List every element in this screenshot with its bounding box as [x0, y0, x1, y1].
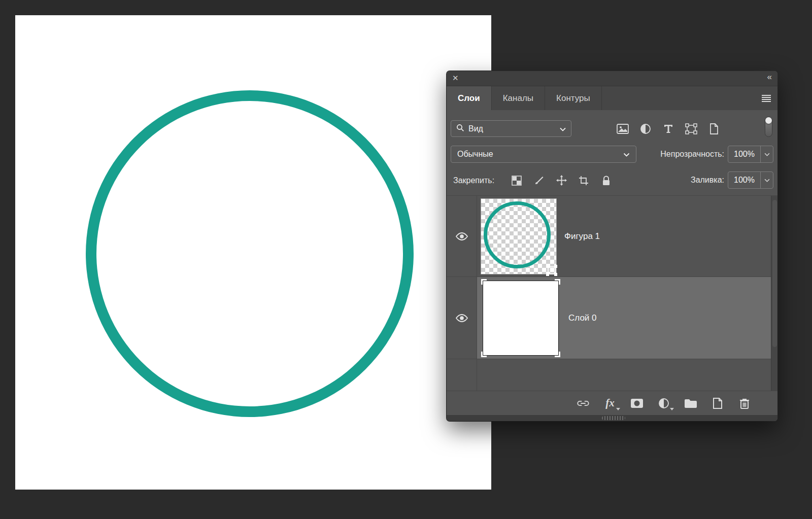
- fill-dropdown-icon[interactable]: [760, 172, 773, 188]
- layers-panel: ✕ « Слои Каналы Контуры: [447, 71, 777, 421]
- panel-menu-icon[interactable]: [761, 86, 771, 110]
- delete-layer-trash-icon[interactable]: [738, 397, 751, 410]
- selection-corner: [481, 352, 487, 357]
- tab-paths[interactable]: Контуры: [545, 86, 602, 110]
- filter-adjustment-layers-icon[interactable]: [639, 123, 652, 135]
- layer-effects-icon[interactable]: fx: [603, 397, 617, 410]
- search-icon: [456, 124, 464, 134]
- opacity-dropdown-icon[interactable]: [760, 146, 773, 162]
- selection-corner: [555, 352, 560, 357]
- layer-name: Слой 0: [568, 313, 597, 323]
- lock-transparency-icon[interactable]: [511, 175, 523, 187]
- blend-row: Обычные Непрозрачность: 100%: [451, 146, 773, 163]
- layer-row-background: Слой 0: [447, 277, 777, 359]
- filter-shape-layers-icon[interactable]: [685, 123, 697, 135]
- filter-kind-select[interactable]: Вид: [451, 120, 571, 137]
- adjustment-caret-icon: [670, 408, 674, 410]
- panel-titlebar[interactable]: ✕ «: [447, 71, 777, 86]
- panel-tabbar: Слои Каналы Контуры: [447, 86, 777, 110]
- lock-label: Закрепить:: [453, 171, 494, 189]
- teal-circle-shape: [86, 90, 414, 417]
- filter-kind-value: Вид: [468, 124, 556, 133]
- thumbnail-fill: [483, 281, 559, 356]
- filter-pixel-layers-icon[interactable]: [617, 123, 629, 135]
- layer-row-shape: Фигура 1: [447, 196, 777, 277]
- toggle-knob: [765, 117, 772, 124]
- link-layers-icon[interactable]: [577, 397, 590, 410]
- close-icon[interactable]: ✕: [452, 74, 459, 83]
- layers-bottom-bar: fx: [447, 391, 777, 415]
- add-layer-mask-icon[interactable]: [630, 397, 644, 410]
- filter-smart-objects-icon[interactable]: [708, 123, 720, 135]
- fill-field: 100%: [728, 171, 773, 189]
- filter-row: Вид: [451, 120, 773, 137]
- empty-space: [477, 359, 777, 391]
- layer-item[interactable]: Слой 0: [477, 277, 777, 359]
- selection-corner: [481, 279, 487, 285]
- panel-bottom-strip: [447, 415, 777, 421]
- layers-scrollbar[interactable]: [771, 196, 777, 391]
- effects-caret-icon: [616, 408, 620, 410]
- chevron-down-icon: [623, 150, 630, 159]
- new-group-folder-icon[interactable]: [684, 397, 697, 410]
- layers-list: Фигура 1 Слой 0: [447, 195, 777, 391]
- new-adjustment-layer-icon[interactable]: [657, 397, 670, 410]
- photoshop-workspace: ✕ « Слои Каналы Контуры: [0, 0, 812, 519]
- tab-paths-label: Контуры: [556, 93, 590, 103]
- document-canvas[interactable]: [15, 15, 491, 490]
- layer-thumbnail-shape[interactable]: [481, 199, 556, 274]
- filter-type-layers-icon[interactable]: [662, 123, 674, 135]
- opacity-field: 100%: [728, 146, 773, 163]
- fill-value[interactable]: 100%: [728, 172, 760, 188]
- selection-corner: [555, 279, 560, 285]
- tab-channels-label: Каналы: [503, 93, 533, 103]
- opacity-label: Непрозрачность:: [660, 146, 724, 163]
- visibility-eye-icon[interactable]: [447, 196, 477, 276]
- layer-thumbnail-white[interactable]: [481, 279, 560, 357]
- new-layer-icon[interactable]: [711, 397, 724, 410]
- visibility-eye-icon[interactable]: [447, 277, 477, 359]
- lock-row: Закрепить:: [451, 171, 773, 189]
- layer-item[interactable]: Фигура 1: [477, 196, 777, 276]
- tab-layers[interactable]: Слои: [447, 86, 492, 110]
- lock-artboard-icon[interactable]: [578, 175, 590, 187]
- fx-label: fx: [605, 397, 615, 409]
- chevron-down-icon: [560, 124, 566, 133]
- opacity-value[interactable]: 100%: [728, 146, 760, 162]
- lock-position-move-icon[interactable]: [555, 175, 567, 187]
- horizontal-scroll-grip[interactable]: [602, 416, 625, 420]
- vector-mask-badge-icon: [545, 264, 558, 277]
- thumbnail-circle: [484, 201, 551, 268]
- lock-pixels-brush-icon[interactable]: [533, 175, 545, 187]
- eye-column: [447, 359, 477, 391]
- layer-name: Фигура 1: [564, 231, 600, 241]
- lock-buttons: [511, 171, 612, 189]
- layer-filter-toggle[interactable]: [765, 117, 772, 137]
- empty-list-area: [447, 359, 777, 391]
- scrollbar-thumb[interactable]: [772, 200, 777, 347]
- layer-controls: Вид: [447, 110, 777, 195]
- fill-label: Заливка:: [691, 171, 724, 189]
- filter-type-buttons: [617, 120, 720, 137]
- blend-mode-select[interactable]: Обычные: [451, 146, 636, 163]
- lock-all-icon[interactable]: [600, 175, 612, 187]
- collapse-panel-icon[interactable]: «: [767, 72, 771, 82]
- tab-layers-label: Слои: [458, 93, 480, 103]
- blend-mode-value: Обычные: [457, 150, 623, 159]
- tab-channels[interactable]: Каналы: [492, 86, 545, 110]
